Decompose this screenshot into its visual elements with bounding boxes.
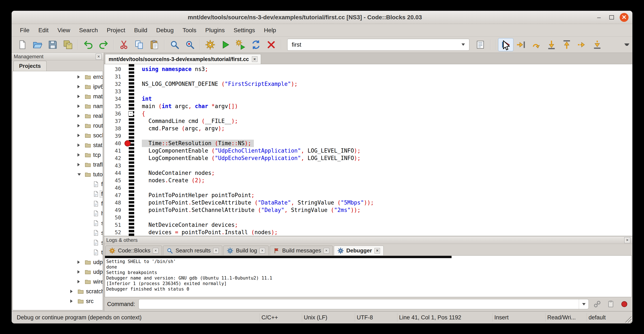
tree-item-fir[interactable]: fir	[13, 189, 103, 199]
breakpoint-marker[interactable]	[124, 140, 130, 146]
menu-project[interactable]: Project	[102, 24, 130, 37]
compile-icon[interactable]	[202, 38, 218, 51]
menu-view[interactable]: View	[53, 24, 74, 37]
build-and-run-icon[interactable]	[233, 38, 248, 51]
line-number[interactable]: 41	[104, 147, 126, 155]
line-number[interactable]: 51	[104, 221, 126, 229]
tree-chevron-icon[interactable]	[70, 299, 78, 303]
tree-item-th[interactable]: th	[13, 247, 103, 257]
tree-item-tuto[interactable]: tuto	[13, 170, 103, 179]
run-to-cursor-icon[interactable]	[514, 38, 528, 51]
tree-item-se[interactable]: se	[13, 218, 103, 228]
line-number[interactable]: 42	[104, 155, 126, 162]
tree-item-nam[interactable]: nam	[13, 101, 103, 111]
tab-projects[interactable]: Projects	[13, 61, 46, 71]
tree-item-sock[interactable]: sock	[13, 131, 103, 140]
tree-item-src[interactable]: src	[13, 296, 103, 306]
next-line-icon[interactable]	[528, 38, 544, 51]
close-icon[interactable]: ✕	[620, 13, 628, 22]
tree-chevron-icon[interactable]	[78, 270, 85, 274]
menu-help[interactable]: Help	[260, 24, 281, 37]
line-number[interactable]: 44	[104, 169, 126, 177]
line-number[interactable]: 46	[104, 184, 126, 192]
tree-item-erro[interactable]: erro	[13, 72, 103, 82]
menu-plugins[interactable]: Plugins	[201, 24, 229, 37]
debug-continue-icon[interactable]	[498, 38, 514, 51]
line-number[interactable]: 47	[104, 192, 126, 199]
debug-windows-icon[interactable]	[473, 38, 488, 51]
log-tab-build-messages[interactable]: Build messages×	[270, 246, 333, 255]
tree-item-stat[interactable]: stat	[13, 140, 103, 150]
line-number[interactable]: 31	[104, 73, 126, 80]
tree-chevron-icon[interactable]	[70, 290, 78, 293]
redo-icon[interactable]	[96, 38, 111, 51]
tree-chevron-icon[interactable]	[78, 153, 85, 157]
menu-edit[interactable]: Edit	[34, 24, 53, 37]
tree-chevron-icon[interactable]	[78, 114, 85, 118]
tree-chevron-icon[interactable]	[78, 163, 85, 166]
line-number[interactable]: 49	[104, 206, 126, 214]
tree-item-fif[interactable]: fif	[13, 179, 103, 189]
log-tab-debugger[interactable]: Debugger×	[334, 246, 384, 255]
rebuild-icon[interactable]	[248, 38, 264, 51]
log-tab-close-icon[interactable]: ×	[324, 248, 329, 253]
command-input[interactable]	[138, 299, 589, 309]
tree-chevron-icon[interactable]	[78, 85, 85, 88]
maximize-icon[interactable]	[607, 13, 616, 22]
combo-chevron-down-icon[interactable]	[462, 44, 465, 46]
line-number[interactable]: 40	[104, 140, 126, 147]
tree-item-mat[interactable]: mat	[13, 92, 103, 101]
tree-item-he[interactable]: he	[13, 209, 103, 218]
titlebar[interactable]: mnt/dev/tools/source/ns-3-dev/examples/t…	[12, 11, 632, 24]
tree-item-udp-[interactable]: udp-	[13, 267, 103, 277]
save-file-icon[interactable]	[45, 38, 60, 51]
selected-log-row[interactable]	[105, 256, 452, 258]
tree-item-se[interactable]: se	[13, 228, 103, 238]
menu-debug[interactable]: Debug	[152, 24, 178, 37]
fold-marker-icon[interactable]: −	[128, 111, 133, 116]
menu-tools[interactable]: Tools	[178, 24, 201, 37]
line-number[interactable]: 34	[104, 95, 126, 103]
cut-icon[interactable]	[116, 38, 132, 51]
tree-chevron-icon[interactable]	[78, 173, 85, 176]
tree-item-trafl[interactable]: trafl	[13, 160, 103, 170]
run-icon[interactable]	[218, 38, 233, 51]
editor-tab-close-icon[interactable]: ×	[252, 56, 258, 62]
tree-item-fo[interactable]: fo	[13, 199, 103, 209]
tree-item-udp[interactable]: udp	[13, 257, 103, 267]
step-into-icon[interactable]	[544, 38, 559, 51]
menu-file[interactable]: File	[16, 24, 34, 37]
open-file-icon[interactable]	[30, 38, 45, 51]
project-tree[interactable]: erroipv6matnamrealroutsockstattcptrafltu…	[12, 71, 103, 310]
link-icon[interactable]	[592, 299, 602, 309]
tree-item-ipv6[interactable]: ipv6	[13, 82, 103, 92]
tree-chevron-icon[interactable]	[78, 105, 85, 108]
tree-chevron-icon[interactable]	[78, 143, 85, 147]
line-number[interactable]: 52	[104, 229, 126, 236]
abort-build-icon[interactable]	[264, 38, 279, 51]
clipboard-icon[interactable]	[606, 299, 616, 309]
stop-record-icon[interactable]	[619, 299, 630, 309]
log-tab-close-icon[interactable]: ×	[153, 248, 158, 253]
toolbar-overflow-chevron-icon[interactable]	[624, 44, 630, 46]
tree-chevron-icon[interactable]	[78, 280, 85, 283]
log-tab-build-log[interactable]: Build log×	[223, 246, 269, 255]
step-into-instruction-icon[interactable]	[590, 38, 605, 51]
copy-icon[interactable]	[132, 38, 147, 51]
line-number[interactable]: 50	[104, 214, 126, 221]
undo-icon[interactable]	[81, 38, 96, 51]
menu-settings[interactable]: Settings	[229, 24, 259, 37]
new-file-icon[interactable]	[14, 38, 30, 51]
menu-search[interactable]: Search	[75, 24, 102, 37]
paste-icon[interactable]	[147, 38, 162, 51]
line-number[interactable]: 32	[104, 80, 126, 88]
tree-item-scratch[interactable]: scratch	[13, 286, 103, 296]
tree-item-wire[interactable]: wire	[13, 277, 103, 286]
menu-build[interactable]: Build	[130, 24, 152, 37]
line-number[interactable]: 35	[104, 103, 126, 110]
tree-item-tcp[interactable]: tcp	[13, 150, 103, 160]
tree-item-rout[interactable]: rout	[13, 121, 103, 131]
log-tab-close-icon[interactable]: ×	[374, 248, 380, 253]
line-number[interactable]: 37	[104, 117, 126, 125]
log-tab-code-blocks[interactable]: Code::Blocks×	[106, 246, 162, 255]
